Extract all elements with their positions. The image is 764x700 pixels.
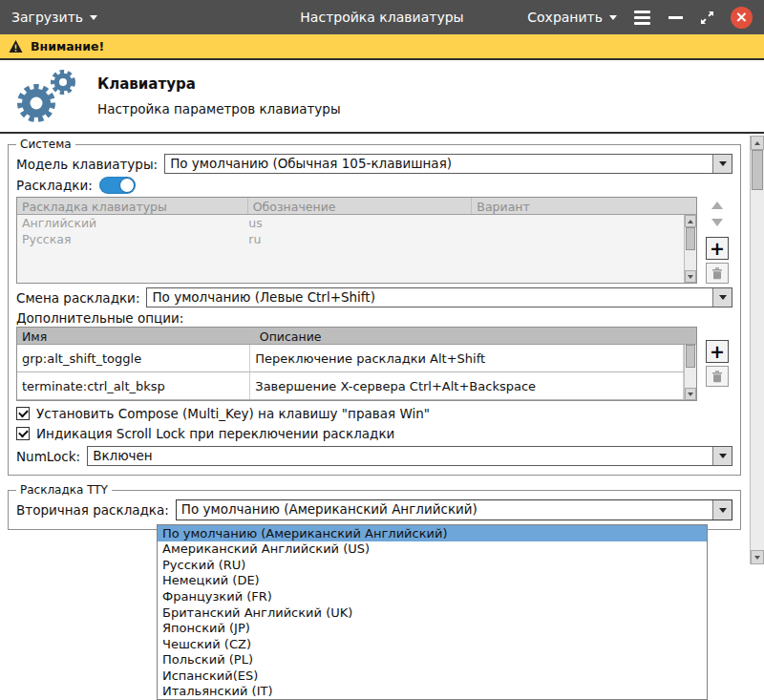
scrollbar-thumb[interactable]: [686, 227, 695, 250]
page-title: Клавиатура: [97, 75, 341, 93]
header-text: Клавиатура Настройка параметров клавиату…: [97, 75, 341, 117]
triangle-up-icon: [688, 220, 693, 223]
dropdown-option[interactable]: Чешский (CZ): [158, 636, 707, 652]
options-label-row: Дополнительные опции:: [16, 310, 732, 326]
layouts-table-body: Английский us Русская ru: [17, 215, 696, 280]
scrollbar-thumb[interactable]: [752, 150, 763, 190]
options-label: Дополнительные опции:: [16, 310, 183, 326]
page-subtitle: Настройка параметров клавиатуры: [97, 101, 341, 117]
keyboard-model-select[interactable]: По умолчанию (Обычная 105-клавишная): [164, 154, 732, 174]
minimize-button[interactable]: [668, 10, 684, 26]
close-button[interactable]: ×: [731, 7, 753, 29]
column-header: Вариант: [472, 198, 696, 214]
maximize-icon: [699, 10, 715, 26]
dropdown-option[interactable]: Немецкий (DE): [158, 573, 707, 589]
plus-icon: +: [710, 343, 725, 361]
numlock-row: NumLock: Включен: [16, 446, 732, 466]
secondary-layout-dropdown-list: По умолчанию (Американский Английский) А…: [157, 524, 708, 700]
dropdown-option[interactable]: Британский Английский (UK): [158, 605, 707, 621]
triangle-down-icon: [688, 392, 693, 396]
scrolllock-checkbox[interactable]: [16, 427, 30, 440]
plus-icon: +: [710, 240, 725, 258]
add-layout-button[interactable]: +: [706, 237, 729, 260]
secondary-layout-label: Вторичная раскладка:: [16, 502, 169, 518]
tty-group: Раскладка TTY Вторичная раскладка: По ум…: [8, 483, 741, 530]
scroll-down-button[interactable]: [751, 550, 764, 564]
delete-layout-button[interactable]: [706, 263, 729, 284]
column-header: Имя: [17, 328, 255, 344]
save-button[interactable]: Сохранить: [527, 10, 617, 25]
secondary-layout-select[interactable]: По умолчанию (Американский Английский): [176, 499, 732, 520]
triangle-down-icon: [754, 556, 760, 560]
dropdown-option[interactable]: Русский (RU): [158, 557, 707, 573]
load-button[interactable]: Загрузить: [11, 10, 97, 25]
arrow-down-icon: [711, 219, 723, 226]
system-group: Система Модель клавиатуры: По умолчанию …: [8, 138, 741, 476]
dropdown-option[interactable]: Испанский(ES): [158, 668, 707, 684]
page-header: Клавиатура Настройка параметров клавиату…: [0, 60, 764, 134]
column-header: Описание: [255, 328, 696, 344]
chevron-down-icon: [712, 500, 732, 520]
layouts-row: Раскладки:: [16, 177, 732, 194]
keyboard-model-label: Модель клавиатуры:: [16, 157, 158, 172]
layout-switch-label: Смена раскладки:: [16, 290, 139, 306]
dropdown-option[interactable]: Американский Английский (US): [158, 541, 707, 558]
maximize-button[interactable]: [699, 10, 715, 26]
chevron-down-icon: [712, 447, 732, 465]
add-option-button[interactable]: +: [706, 340, 729, 363]
triangle-up-icon: [754, 141, 760, 145]
gears-icon: [8, 63, 82, 130]
layouts-toggle[interactable]: [99, 177, 136, 194]
scroll-down-button[interactable]: [685, 388, 696, 400]
scrollbar-track: [751, 190, 764, 550]
table-row[interactable]: Английский us: [17, 215, 684, 231]
secondary-layout-value: По умолчанию (Американский Английский): [177, 500, 712, 520]
triangle-down-icon: [688, 275, 693, 279]
layout-switch-select[interactable]: По умолчанию (Левые Ctrl+Shift): [146, 287, 732, 308]
move-down-button[interactable]: [706, 214, 729, 231]
layout-switch-row: Смена раскладки: По умолчанию (Левые Ctr…: [16, 287, 732, 308]
delete-option-button[interactable]: [706, 366, 729, 387]
dropdown-option[interactable]: Польский (PL): [158, 651, 707, 668]
scroll-up-button[interactable]: [751, 136, 764, 150]
options-table-scrollbar: [684, 345, 696, 400]
layout-switch-value: По умолчанию (Левые Ctrl+Shift): [147, 288, 712, 307]
arrow-up-icon: [711, 202, 723, 209]
warning-bar: Внимание!: [0, 34, 764, 60]
numlock-select[interactable]: Включен: [87, 446, 732, 466]
layouts-table-row: Раскладка клавиатуры Обозначение Вариант…: [16, 197, 732, 284]
secondary-layout-row: Вторичная раскладка: По умолчанию (Амери…: [16, 499, 732, 520]
keyboard-settings-window: Загрузить Настройка клавиатуры Сохранить: [0, 0, 764, 564]
numlock-value: Включен: [88, 447, 712, 465]
scrolllock-checkbox-label: Индикация Scroll Lock при переключении р…: [36, 426, 394, 441]
move-up-button[interactable]: [706, 197, 729, 214]
dropdown-option[interactable]: Японский (JP): [158, 620, 707, 636]
table-row[interactable]: Русская ru: [17, 231, 684, 247]
column-header: Раскладка клавиатуры: [17, 198, 248, 214]
dropdown-option[interactable]: По умолчанию (Американский Английский): [158, 525, 707, 541]
scroll-down-button[interactable]: [685, 270, 696, 283]
toggle-knob-icon: [119, 178, 135, 193]
compose-checkbox-row: Установить Compose (Multi_Key) на клавиш…: [16, 406, 732, 421]
chevron-down-icon: [712, 155, 732, 173]
keyboard-model-row: Модель клавиатуры: По умолчанию (Обычная…: [16, 154, 732, 174]
scroll-up-button[interactable]: [685, 215, 696, 227]
compose-checkbox[interactable]: [16, 407, 30, 420]
numlock-label: NumLock:: [16, 449, 80, 464]
options-table-actions: +: [702, 327, 732, 401]
table-row[interactable]: terminate:ctrl_alt_bksp Завершение X-сер…: [17, 372, 684, 400]
system-group-legend: Система: [16, 138, 75, 151]
dropdown-option[interactable]: Французкий (FR): [158, 588, 707, 605]
options-table-header: Имя Описание: [17, 328, 696, 345]
dropdown-option[interactable]: Итальянский (IT): [158, 683, 707, 699]
tty-group-legend: Раскладка TTY: [16, 483, 112, 497]
scrollbar-track: [685, 368, 696, 388]
close-icon: ×: [735, 10, 748, 25]
trash-icon: [711, 370, 724, 383]
table-row[interactable]: grp:alt_shift_toggle Переключение раскла…: [17, 345, 684, 372]
load-button-label: Загрузить: [11, 10, 83, 25]
titlebar-actions: Сохранить ×: [527, 7, 753, 29]
keyboard-model-value: По умолчанию (Обычная 105-клавишная): [165, 155, 712, 173]
scrollbar-thumb[interactable]: [686, 345, 695, 368]
menu-button[interactable]: [632, 9, 652, 27]
